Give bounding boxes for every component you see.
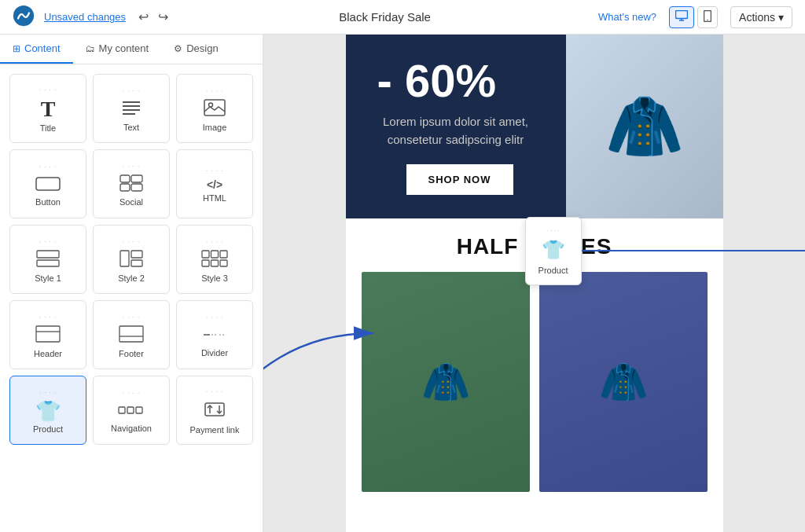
block-html[interactable]: · · · · </> HTML [176, 149, 253, 218]
svg-rect-13 [120, 175, 130, 182]
block-image[interactable]: · · · · Image [176, 74, 253, 143]
text-drag-dots: · · · · [123, 87, 141, 94]
hero-section: - 60% Lorem ipsum dolor sit amet, conset… [346, 35, 723, 218]
navigation-drag-dots: · · · · [123, 390, 141, 397]
svg-rect-27 [220, 260, 227, 266]
content-tabs: ⊞ Content 🗂 My content ⚙ Design [0, 35, 263, 64]
svg-rect-16 [131, 184, 142, 191]
block-header[interactable]: · · · · Header [9, 300, 86, 369]
block-footer[interactable]: · · · · Footer [93, 300, 170, 369]
html-drag-dots: · · · · [206, 167, 224, 174]
tab-my-content-label: My content [99, 42, 149, 54]
title-drag-dots: · · · · [39, 86, 57, 94]
svg-rect-30 [119, 326, 143, 342]
desktop-view-button[interactable] [669, 6, 694, 28]
hero-content: - 60% Lorem ipsum dolor sit amet, conset… [346, 35, 566, 218]
image-drag-dots: · · · · [206, 87, 224, 94]
left-panel: ⊞ Content 🗂 My content ⚙ Design · · · · … [0, 35, 263, 532]
mobile-view-button[interactable] [697, 6, 718, 28]
block-style1[interactable]: · · · · Style 1 [9, 225, 86, 294]
block-title[interactable]: · · · · T Title [9, 74, 86, 143]
product-drop-icon: 👕 [542, 239, 565, 261]
main-layout: ⊞ Content 🗂 My content ⚙ Design · · · · … [0, 35, 805, 532]
blocks-grid: · · · · T Title · · · · Text · · · · Ima… [0, 64, 263, 454]
product-1-icon: 🧥 [421, 359, 470, 405]
header-block-label: Header [34, 349, 62, 358]
divider-block-label: Divider [201, 348, 228, 358]
footer-drag-dots: · · · · [123, 314, 141, 321]
tab-my-content[interactable]: 🗂 My content [73, 35, 162, 64]
products-grid: 🧥 🧥 [362, 272, 708, 492]
social-drag-dots: · · · · [123, 163, 141, 170]
svg-rect-12 [36, 178, 60, 190]
svg-rect-14 [131, 175, 142, 182]
html-block-label: HTML [203, 193, 226, 203]
block-button[interactable]: · · · · Button [9, 149, 86, 218]
social-block-label: Social [119, 197, 143, 207]
logo [13, 5, 35, 30]
block-style3[interactable]: · · · · Style 3 [176, 225, 253, 294]
navigation-block-label: Navigation [111, 424, 152, 433]
product-block-label: Product [33, 424, 63, 434]
svg-rect-18 [37, 260, 59, 266]
block-text[interactable]: · · · · Text [93, 74, 170, 143]
product-image-2: 🧥 [539, 272, 708, 492]
style1-block-icon [36, 250, 60, 270]
navigation-block-icon [118, 402, 145, 420]
email-canvas: - 60% Lorem ipsum dolor sit amet, conset… [263, 35, 805, 532]
social-block-icon [119, 174, 143, 194]
tab-design[interactable]: ⚙ Design [161, 35, 230, 64]
tab-design-label: Design [186, 42, 218, 54]
block-product[interactable]: · · · · 👕 Product [9, 376, 86, 445]
title-block-icon: T [41, 98, 56, 120]
product-block-icon: 👕 [35, 401, 61, 421]
block-payment[interactable]: · · · · Payment link [176, 376, 253, 445]
footer-block-icon [119, 325, 144, 346]
payment-block-icon [204, 400, 225, 422]
actions-button[interactable]: Actions ▾ [730, 6, 792, 28]
undo-button[interactable]: ↩ [135, 8, 152, 26]
style3-block-label: Style 3 [201, 273, 228, 283]
document-title: Black Friday Sale [181, 10, 589, 24]
style1-drag-dots: · · · · [39, 238, 57, 245]
suit-icon: 🧥 [605, 90, 684, 163]
unsaved-changes[interactable]: Unsaved changes [44, 11, 126, 23]
svg-rect-23 [211, 251, 219, 258]
button-block-icon [35, 175, 61, 194]
block-style2[interactable]: · · · · Style 2 [93, 225, 170, 294]
divider-drag-dots: · · · · [206, 314, 224, 321]
payment-block-label: Payment link [190, 425, 240, 435]
design-tab-icon: ⚙ [174, 43, 182, 54]
block-divider[interactable]: · · · · Divider [176, 300, 253, 369]
svg-rect-28 [36, 326, 60, 342]
text-block-icon [121, 99, 142, 119]
svg-rect-25 [202, 260, 209, 266]
actions-chevron-icon: ▾ [778, 11, 784, 24]
hero-discount: - 60% [377, 58, 542, 104]
title-block-label: Title [40, 123, 56, 133]
redo-button[interactable]: ↪ [155, 8, 171, 26]
svg-rect-1 [676, 11, 688, 19]
svg-rect-15 [120, 184, 130, 191]
my-content-tab-icon: 🗂 [86, 43, 95, 54]
image-block-icon [204, 99, 226, 119]
tab-content[interactable]: ⊞ Content [0, 35, 73, 64]
block-social[interactable]: · · · · Social [93, 149, 170, 218]
svg-rect-26 [211, 260, 219, 266]
block-navigation[interactable]: · · · · Navigation [93, 376, 170, 445]
svg-rect-19 [120, 251, 129, 266]
svg-rect-20 [131, 251, 142, 258]
button-drag-dots: · · · · [39, 163, 57, 171]
svg-rect-10 [204, 100, 225, 116]
tab-content-label: Content [24, 42, 61, 54]
style1-block-label: Style 1 [35, 273, 61, 283]
style2-block-label: Style 2 [118, 273, 145, 283]
whats-new-link[interactable]: What's new? [598, 11, 656, 23]
html-block-icon: </> [207, 179, 222, 190]
style3-block-icon [201, 250, 228, 270]
svg-rect-24 [220, 251, 227, 258]
product-drop-target: · · · · 👕 Product [525, 217, 582, 285]
hero-cta-button[interactable]: SHOP NOW [406, 164, 513, 195]
hero-image: 🧥 [566, 35, 723, 218]
style3-drag-dots: · · · · [206, 238, 224, 245]
